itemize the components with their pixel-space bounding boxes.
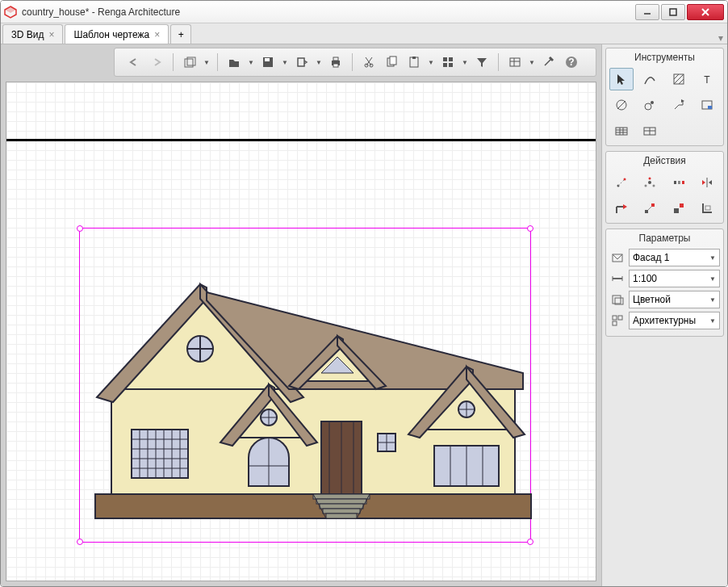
svg-text:T: T xyxy=(704,74,710,86)
combo-value: Фасад 1 xyxy=(633,252,669,263)
redo-button[interactable] xyxy=(147,52,166,72)
horizontal-divider xyxy=(6,139,596,141)
layers-button[interactable] xyxy=(438,52,458,72)
stretch-action[interactable] xyxy=(638,197,662,220)
svg-rect-9 xyxy=(265,58,270,61)
scale-combo[interactable]: 1:100▼ xyxy=(629,270,720,287)
svg-rect-96 xyxy=(708,106,712,109)
help-button[interactable]: ? xyxy=(562,52,581,72)
sheet-tool[interactable] xyxy=(695,94,719,116)
minimize-button[interactable] xyxy=(635,4,659,20)
dropdown-icon[interactable]: ▼ xyxy=(427,59,435,66)
param-type: Архитектурны▼ xyxy=(609,312,720,329)
svg-line-92 xyxy=(617,101,625,109)
text-tool[interactable]: T xyxy=(695,68,719,90)
table-tool[interactable] xyxy=(609,119,634,142)
select-tool[interactable] xyxy=(609,68,634,90)
dropdown-icon[interactable]: ▼ xyxy=(461,59,469,66)
selection-handle[interactable] xyxy=(527,225,533,232)
svg-rect-18 xyxy=(390,57,396,65)
paste-button[interactable] xyxy=(404,52,424,72)
dimension-tool[interactable] xyxy=(609,94,634,116)
svg-point-110 xyxy=(653,185,655,187)
svg-point-109 xyxy=(645,185,647,187)
section-button[interactable] xyxy=(180,52,199,72)
dropdown-icon[interactable]: ▼ xyxy=(247,59,255,66)
svg-line-89 xyxy=(679,79,684,84)
move-action[interactable] xyxy=(609,171,634,194)
svg-point-94 xyxy=(651,101,654,104)
workspace: ▼ ▼ ▼ ▼ ▼ ▼ ▼ ? xyxy=(1,44,601,586)
separator xyxy=(217,53,218,71)
axis-tool[interactable] xyxy=(638,94,662,116)
param-scale: 1:100▼ xyxy=(609,270,720,287)
maximize-button[interactable] xyxy=(661,4,685,20)
tables-button[interactable] xyxy=(505,52,525,72)
cut-button[interactable] xyxy=(359,52,379,72)
copy-button[interactable] xyxy=(382,52,401,72)
actions-panel: Действия xyxy=(605,151,724,224)
tab-drawing-template[interactable]: Шаблон чертежа × xyxy=(65,24,169,44)
dropdown-icon[interactable]: ▼ xyxy=(315,59,323,66)
rotate-action[interactable] xyxy=(638,171,662,194)
svg-rect-20 xyxy=(412,57,416,59)
chevron-down-icon: ▼ xyxy=(709,254,716,262)
drawing-canvas[interactable] xyxy=(6,82,596,581)
house-drawing xyxy=(87,244,539,535)
param-style: Цветной▼ xyxy=(609,291,720,308)
style-combo[interactable]: Цветной▼ xyxy=(629,291,720,308)
window-titlebar: country_house* - Renga Architecture xyxy=(1,1,727,23)
svg-line-131 xyxy=(617,254,622,259)
mirror-action[interactable] xyxy=(695,171,719,194)
dropdown-icon[interactable]: ▼ xyxy=(281,59,289,66)
svg-rect-24 xyxy=(449,63,453,67)
separator xyxy=(352,53,353,71)
svg-line-107 xyxy=(618,179,625,186)
svg-rect-21 xyxy=(443,57,447,61)
chevron-down-icon: ▼ xyxy=(709,275,716,283)
tab-close-icon[interactable]: × xyxy=(48,29,54,40)
dropdown-icon[interactable]: ▼ xyxy=(528,59,536,66)
tab-3d-view[interactable]: 3D Вид × xyxy=(2,24,63,44)
svg-rect-81 xyxy=(320,504,363,509)
dropdown-icon[interactable]: ▼ xyxy=(203,59,211,66)
svg-point-111 xyxy=(649,178,651,180)
print-button[interactable] xyxy=(326,52,345,72)
svg-rect-128 xyxy=(705,206,710,210)
svg-rect-125 xyxy=(680,203,684,208)
svg-rect-113 xyxy=(678,181,680,184)
save-button[interactable] xyxy=(258,52,278,72)
open-button[interactable] xyxy=(224,52,244,72)
selection-handle[interactable] xyxy=(77,225,83,232)
type-combo[interactable]: Архитектурны▼ xyxy=(629,312,720,329)
selection-handle[interactable] xyxy=(527,539,533,545)
svg-rect-83 xyxy=(326,514,357,518)
panel-title: Инструменты xyxy=(609,52,720,63)
tab-overflow-icon[interactable]: ▾ xyxy=(714,32,727,44)
undo-button[interactable] xyxy=(124,52,144,72)
line-tool[interactable] xyxy=(638,68,662,90)
svg-line-88 xyxy=(674,74,684,84)
array-action[interactable] xyxy=(667,171,691,194)
selection-handle[interactable] xyxy=(77,539,83,545)
settings-button[interactable] xyxy=(539,52,559,72)
scale-action[interactable] xyxy=(667,197,691,220)
hatch-tool[interactable] xyxy=(667,68,691,90)
combo-value: Архитектурны xyxy=(633,315,696,326)
tab-add-button[interactable]: + xyxy=(170,24,191,44)
align-action[interactable] xyxy=(695,197,719,220)
separator xyxy=(173,53,174,71)
close-button[interactable] xyxy=(687,4,724,20)
svg-line-123 xyxy=(648,207,651,210)
filter-button[interactable] xyxy=(472,52,492,72)
tab-close-icon[interactable]: × xyxy=(154,29,160,40)
trim-action[interactable] xyxy=(609,197,634,220)
svg-rect-139 xyxy=(613,321,617,325)
tab-label: 3D Вид xyxy=(11,29,44,40)
section-tool[interactable] xyxy=(667,94,691,116)
svg-rect-12 xyxy=(333,64,338,67)
schedule-tool[interactable] xyxy=(638,119,662,142)
view-combo[interactable]: Фасад 1▼ xyxy=(629,249,720,266)
svg-rect-22 xyxy=(449,57,453,61)
export-button[interactable] xyxy=(292,52,312,72)
